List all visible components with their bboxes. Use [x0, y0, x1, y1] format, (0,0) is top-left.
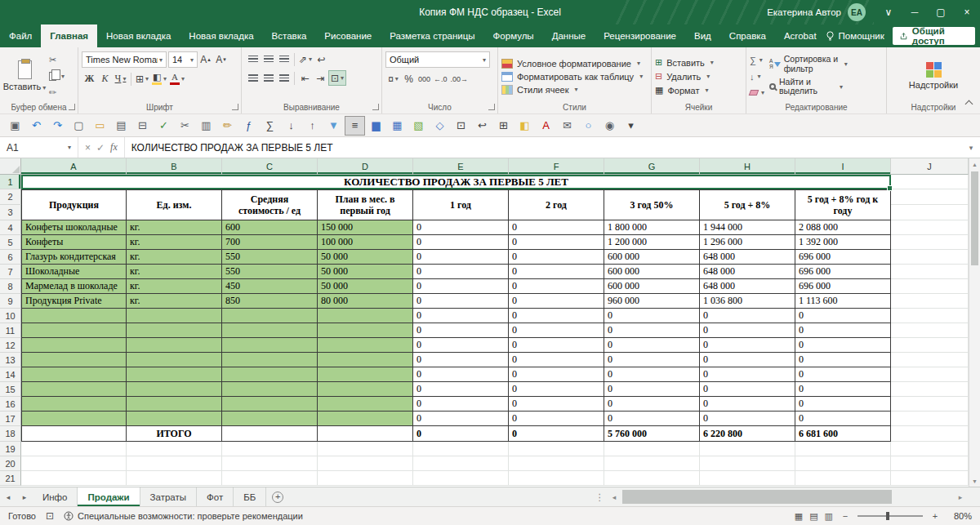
format-as-table-button[interactable]: Форматировать как таблицу▾ — [501, 72, 648, 82]
column-header-F[interactable]: F — [509, 158, 604, 175]
cell-E11[interactable]: 0 — [413, 323, 509, 338]
copy-button[interactable]: ▾ — [49, 69, 65, 83]
cell-J19[interactable] — [891, 442, 969, 456]
cell-I17[interactable]: 0 — [795, 412, 891, 426]
cell-J15[interactable] — [891, 382, 969, 397]
fill-color-button[interactable]: ◧▾ — [150, 71, 168, 87]
ribbon-display-options-icon[interactable]: ∨ — [875, 0, 902, 24]
zoom-out-icon[interactable]: − — [840, 511, 851, 521]
cell-A6[interactable]: Глазурь кондитерская — [21, 250, 127, 265]
insert-function-icon[interactable]: ƒ — [238, 116, 259, 136]
sheet-tab-costs[interactable]: Затраты — [140, 487, 197, 506]
row-header-16[interactable]: 16 — [0, 397, 21, 412]
scroll-down-icon[interactable]: ▼ — [969, 475, 980, 487]
row-header-1[interactable]: 1 — [0, 175, 21, 189]
cell-G15[interactable]: 0 — [604, 382, 700, 397]
number-format-select[interactable]: Общий▾ — [385, 51, 490, 68]
cell-F15[interactable]: 0 — [509, 382, 604, 397]
format-painter-button[interactable]: ✏ — [49, 86, 65, 100]
row-header-18[interactable]: 18 — [0, 426, 21, 442]
name-box[interactable]: A1▾ — [0, 137, 78, 158]
row-header-5[interactable]: 5 — [0, 235, 21, 250]
cell-H17[interactable]: 0 — [700, 412, 795, 426]
cell-H21[interactable] — [700, 471, 795, 486]
cell-G19[interactable] — [604, 442, 700, 456]
cell-J10[interactable] — [891, 309, 969, 323]
zoom-slider-thumb[interactable] — [886, 512, 889, 520]
row-header-15[interactable]: 15 — [0, 382, 21, 397]
cell-F19[interactable] — [509, 442, 604, 456]
cell-F6[interactable]: 0 — [509, 250, 604, 265]
print-preview-icon[interactable]: ⊟ — [132, 116, 153, 136]
tab-splitter-handle[interactable]: ⋮ — [592, 487, 608, 506]
cell-D20[interactable] — [318, 456, 413, 471]
cell-G20[interactable] — [604, 456, 700, 471]
formula-input[interactable]: КОЛИЧЕСТВО ПРОДАЖ ЗА ПЕРВЫЕ 5 ЛЕТ — [125, 137, 962, 158]
alignment-dialog-launcher-icon[interactable] — [372, 104, 379, 110]
cell-D19[interactable] — [318, 442, 413, 456]
scroll-up-icon[interactable]: ▲ — [969, 158, 980, 170]
cell-F17[interactable]: 0 — [509, 412, 604, 426]
fill-button[interactable]: ↓▾ — [750, 69, 764, 83]
cell-J17[interactable] — [891, 412, 969, 426]
spelling-check-icon[interactable]: ✓ — [154, 116, 174, 136]
row-header-7[interactable]: 7 — [0, 265, 21, 279]
cell-B15[interactable] — [127, 382, 222, 397]
cell-H18[interactable]: 6 220 800 — [700, 426, 795, 442]
row-header-13[interactable]: 13 — [0, 353, 21, 367]
cell-E4[interactable]: 0 — [413, 220, 509, 235]
undo-icon[interactable]: ↶ — [26, 116, 47, 136]
cell-C21[interactable] — [222, 471, 318, 486]
cell-A11[interactable] — [21, 323, 127, 338]
cell-A7[interactable]: Шоколадные — [21, 265, 127, 279]
autosum-button[interactable]: ∑▾ — [750, 53, 764, 67]
cell-C20[interactable] — [222, 456, 318, 471]
increase-decimal-button[interactable]: ←.0 — [432, 71, 449, 87]
cell-E9[interactable]: 0 — [413, 294, 509, 309]
cell-J21[interactable] — [891, 471, 969, 486]
cell-B13[interactable] — [127, 353, 222, 367]
delete-cells-button[interactable]: ⊟Удалить▾ — [655, 71, 742, 82]
cell-G6[interactable]: 600 000 — [604, 250, 700, 265]
cell-J3[interactable] — [891, 205, 969, 220]
cell-C7[interactable]: 550 — [222, 265, 318, 279]
sort-ascending-icon[interactable]: ↓ — [281, 116, 301, 136]
ribbon-tab-review[interactable]: Рецензирование — [595, 24, 685, 47]
cell-H15[interactable]: 0 — [700, 382, 795, 397]
grow-font-button[interactable]: А▴ — [198, 52, 213, 68]
column-header-G[interactable]: G — [604, 158, 700, 175]
page-break-view-icon[interactable]: ▥ — [825, 511, 833, 522]
font-name-select[interactable]: Times New Roman▾ — [82, 51, 167, 68]
cell-I5[interactable]: 1 392 000 — [795, 235, 891, 250]
align-center-button[interactable] — [261, 70, 276, 86]
cell-F21[interactable] — [509, 471, 604, 486]
cell-B19[interactable] — [127, 442, 222, 456]
cell-D10[interactable] — [318, 309, 413, 323]
new-sheet-button[interactable]: + — [266, 487, 289, 506]
cell-A8[interactable]: Мармелад в шоколаде — [21, 279, 127, 294]
cell-A17[interactable] — [21, 412, 127, 426]
cell-H20[interactable] — [700, 456, 795, 471]
row-header-8[interactable]: 8 — [0, 279, 21, 294]
cell-H8[interactable]: 648 000 — [700, 279, 795, 294]
cell-A16[interactable] — [21, 397, 127, 412]
cell-H13[interactable]: 0 — [700, 353, 795, 367]
cell-J5[interactable] — [891, 235, 969, 250]
cell-styles-button[interactable]: Стили ячеек▾ — [501, 85, 648, 95]
ribbon-tab-help[interactable]: Справка — [720, 24, 775, 47]
cell-B9[interactable]: кг. — [127, 294, 222, 309]
align-right-button[interactable] — [276, 70, 292, 86]
cell-I4[interactable]: 2 088 000 — [795, 220, 891, 235]
font-dialog-launcher-icon[interactable] — [232, 104, 238, 110]
cell-C12[interactable] — [222, 338, 318, 353]
cell-E13[interactable]: 0 — [413, 353, 509, 367]
header-cell-C2[interactable]: Средняя стоимость / ед — [222, 189, 318, 220]
enter-icon[interactable]: ✓ — [96, 142, 105, 153]
cell-I16[interactable]: 0 — [795, 397, 891, 412]
cell-I12[interactable]: 0 — [795, 338, 891, 353]
insert-table-icon[interactable]: ▦ — [387, 116, 408, 136]
align-bottom-button[interactable] — [276, 51, 292, 67]
redo-icon[interactable]: ↷ — [47, 116, 68, 136]
cell-B4[interactable]: кг. — [127, 220, 222, 235]
cell-H14[interactable]: 0 — [700, 367, 795, 382]
